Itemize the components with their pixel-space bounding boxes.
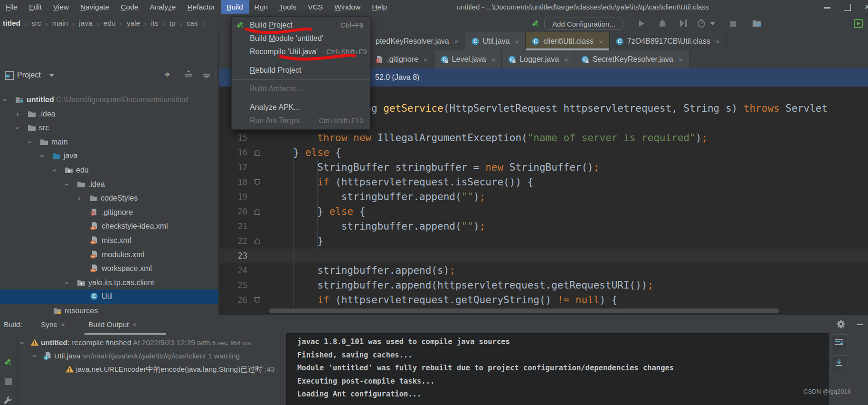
build-hammer-icon[interactable] (531, 19, 540, 30)
breadcrumb-item[interactable]: titled (3, 19, 20, 28)
menu-item-build-artifacts-[interactable]: Build Artifacts... (232, 82, 370, 96)
breadcrumb-item[interactable]: main (52, 19, 68, 28)
code-line-16[interactable]: } else { (269, 145, 341, 160)
editor-tab-client-util-class[interactable]: Cclient\Util.class× (526, 32, 610, 50)
project-tree-row-untitled[interactable]: ›untitled C:\Users\liguoquan\Documents\u… (0, 93, 218, 107)
tab-sync[interactable]: Sync× (41, 315, 65, 334)
close-icon[interactable]: × (491, 56, 496, 64)
breadcrumb-item[interactable]: src (31, 19, 41, 28)
project-tree-row-main[interactable]: ›main (0, 135, 218, 149)
close-icon[interactable]: × (599, 38, 603, 46)
profiler-dropdown-icon[interactable] (710, 22, 715, 25)
code-line-26[interactable]: if (httpservletrequest.getQueryString() … (269, 293, 617, 308)
code-line-19[interactable]: stringbuffer.append(""); (269, 190, 485, 204)
code-line-25[interactable]: stringbuffer.append(httpservletrequest.g… (269, 278, 653, 293)
fold-marker-icon[interactable] (255, 238, 260, 244)
project-tree-row-checkstyle-idea-xml[interactable]: <>checkstyle-idea.xml (0, 219, 218, 233)
menubar-item-run[interactable]: Run (249, 0, 274, 14)
minimize-button[interactable] (824, 0, 830, 14)
rerun-build-hammer-icon[interactable] (3, 357, 14, 370)
project-tree-row-edu[interactable]: ›edu (0, 163, 218, 177)
close-icon[interactable]: × (564, 56, 568, 64)
project-structure-icon[interactable] (752, 19, 761, 29)
close-icon[interactable]: × (424, 56, 428, 64)
menubar-item-build[interactable]: Build (221, 0, 248, 14)
chevron-down-icon[interactable]: › (16, 123, 24, 133)
editor-tab-level-java[interactable]: CLevel.java× (434, 50, 502, 68)
menubar-item-analyze[interactable]: Analyze (144, 0, 181, 14)
fold-marker-icon[interactable] (255, 150, 260, 156)
menubar-item-help[interactable]: Help (366, 0, 393, 14)
menubar-item-refactor[interactable]: Refactor (181, 0, 221, 14)
chevron-down-icon[interactable]: › (33, 351, 41, 361)
menu-item-recompile-util-java-[interactable]: Recompile 'Util.java'Ctrl+Shift+F9 (232, 45, 370, 58)
chevron-down-icon[interactable]: › (66, 180, 73, 189)
project-tree-row-workspace-xml[interactable]: <>workspace.xml (0, 261, 218, 276)
menubar-item-view[interactable]: View (47, 0, 75, 14)
profiler-icon[interactable] (697, 19, 706, 30)
close-icon[interactable]: × (716, 38, 720, 46)
menu-item-analyze-apk-[interactable]: Analyze APK... (232, 101, 370, 114)
menubar-item-window[interactable]: Window (329, 0, 366, 14)
chevron-down-icon[interactable]: › (66, 278, 73, 288)
menu-item-build-module-untitled-[interactable]: Build Module 'untitled' (232, 32, 370, 45)
close-icon[interactable]: × (679, 56, 683, 64)
fold-marker-icon[interactable] (255, 209, 260, 215)
code-line-21[interactable]: stringbuffer.append(""); (269, 219, 485, 234)
code-line-24[interactable]: stringbuffer.append(s); (269, 263, 455, 278)
project-tree-row-java[interactable]: ›java (0, 149, 218, 163)
menu-item-rebuild-project[interactable]: Rebuild Project (232, 64, 370, 77)
close-icon[interactable]: × (454, 38, 459, 46)
fold-marker-icon[interactable] (255, 179, 260, 185)
code-line-20[interactable]: } else { (269, 204, 365, 219)
breadcrumb-item[interactable]: its (151, 19, 159, 28)
project-tree-row-util[interactable]: CUtil (0, 289, 218, 304)
scroll-to-end-icon[interactable] (831, 355, 848, 372)
coverage-icon[interactable] (679, 19, 688, 29)
close-icon[interactable]: × (61, 321, 65, 328)
code-line-15[interactable]: throw new IllegalArgumentException("name… (269, 131, 708, 145)
project-tree-row--idea[interactable]: ›.idea (0, 177, 218, 192)
debug-icon[interactable] (658, 19, 667, 29)
code-line-17[interactable]: StringBuffer stringbuffer = new StringBu… (269, 160, 599, 175)
menubar-item-navigate[interactable]: Navigate (75, 0, 115, 14)
project-tree-row-modules-xml[interactable]: <>modules.xml (0, 248, 218, 262)
editor-tab-util-java[interactable]: CUtil.java× (465, 32, 526, 50)
close-button[interactable]: ✕ (864, 0, 868, 14)
expand-all-icon[interactable] (184, 70, 193, 82)
tab-build-output[interactable]: Build Output× (88, 315, 137, 334)
breadcrumb-item[interactable]: yale (127, 19, 140, 28)
close-icon[interactable]: × (515, 38, 519, 46)
breadcrumb-item[interactable]: tp (170, 19, 176, 28)
code-line-22[interactable]: } (269, 234, 323, 249)
chevron-right-icon[interactable]: › (16, 109, 24, 119)
editor-tab-logger-java[interactable]: CLogger.java× (502, 50, 575, 68)
editor-tab-ptedkeyresolver-java[interactable]: ptedKeyResolver.java× (369, 32, 465, 50)
project-tree-row--gitignore[interactable]: .gitignore (0, 205, 218, 220)
menubar-item-edit[interactable]: Edit (23, 0, 47, 14)
build-output-row[interactable]: ›JUtil.java src\main\java\edu\yale\its\t… (17, 349, 285, 363)
chevron-down-icon[interactable]: › (41, 151, 48, 161)
chevron-right-icon[interactable]: › (78, 193, 85, 203)
chevron-down-icon[interactable]: › (28, 137, 36, 147)
breadcrumb-item[interactable]: edu (104, 19, 116, 28)
build-panel-gear-icon[interactable] (837, 320, 845, 330)
locate-file-icon[interactable]: ⌖ (164, 68, 170, 81)
project-tree-row-src[interactable]: ›src (0, 121, 218, 135)
maximize-button[interactable] (844, 4, 851, 11)
breadcrumb-item[interactable]: java (79, 19, 92, 28)
close-icon[interactable]: × (132, 321, 136, 328)
menubar-item-code[interactable]: Code (115, 0, 144, 14)
chevron-down-icon[interactable]: › (4, 95, 11, 105)
build-output-row[interactable]: ›untitled: recompile finished At 2022/5/… (17, 336, 285, 349)
editor-tab--gitignore[interactable]: .gitignore× (369, 50, 434, 68)
chevron-down-icon[interactable]: › (21, 338, 28, 347)
project-tree-row-codestyles[interactable]: ›codeStyles (0, 191, 218, 205)
project-tree-row-yale-its-tp-cas-client[interactable]: ›yale.its.tp.cas.client (0, 276, 218, 290)
horizontal-scrollbar[interactable] (269, 309, 779, 313)
menu-item-run-ant-target[interactable]: Run Ant TargetCtrl+Shift+F10 (232, 114, 370, 127)
soft-wrap-icon[interactable] (831, 334, 848, 351)
build-console[interactable]: javac 1.8.0_101 was used to compile java… (286, 333, 829, 405)
build-output-row[interactable]: java.net.URLEncoder中的encode(java.lang.St… (17, 363, 285, 376)
editor-tab-secretkeyresolver-java[interactable]: CSecretKeyResolver.java× (575, 50, 689, 68)
